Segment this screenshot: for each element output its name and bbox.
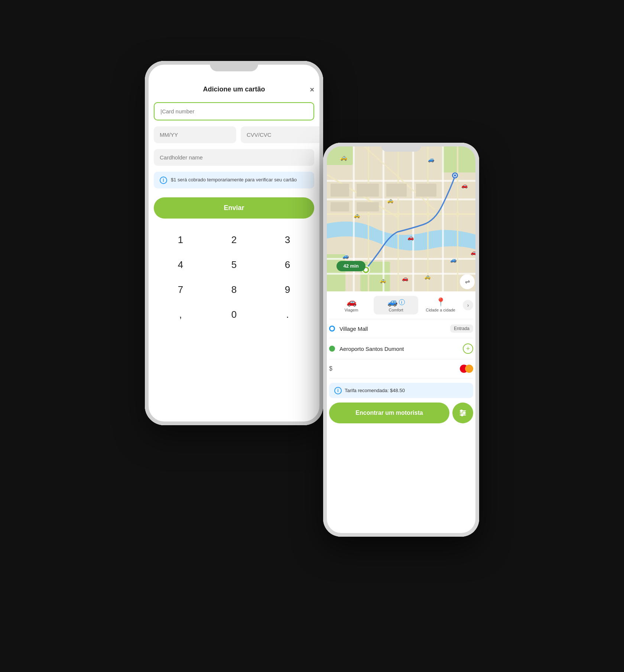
numpad: 123456789,0. (154, 227, 314, 327)
tariff-box: i Tarifa recomendada: $48.50 (329, 383, 473, 398)
svg-rect-24 (331, 202, 349, 211)
numpad-key[interactable]: 0 (207, 302, 261, 327)
svg-rect-1 (323, 143, 353, 165)
numpad-key[interactable]: , (154, 302, 207, 327)
svg-text:🚕: 🚕 (354, 212, 360, 219)
numpad-key[interactable]: 5 (207, 252, 261, 277)
origin-name[interactable]: Village Mall (339, 326, 446, 332)
tariff-text: Tarifa recomendada: $48.50 (345, 388, 405, 393)
card-expiry-cvv-row (154, 126, 314, 143)
svg-rect-13 (442, 143, 444, 291)
svg-rect-2 (442, 143, 479, 172)
numpad-key[interactable]: 3 (261, 227, 314, 252)
svg-text:🚕: 🚕 (380, 277, 386, 284)
comfort-icon: 🚙 (387, 298, 397, 306)
svg-rect-20 (331, 184, 349, 197)
numpad-key[interactable]: 2 (207, 227, 261, 252)
tab-viagem[interactable]: 🚗 Viagem (329, 296, 374, 314)
svg-rect-16 (427, 143, 429, 291)
phone1: Adicione um cartão × i $1 será cobrado t… (145, 61, 323, 425)
origin-row: Village Mall Entrada (329, 319, 473, 338)
close-icon[interactable]: × (310, 85, 314, 94)
svg-point-28 (454, 174, 456, 177)
svg-rect-15 (397, 143, 399, 291)
svg-text:🚕: 🚕 (340, 154, 347, 161)
svg-text:🚗: 🚗 (407, 235, 414, 241)
tab-cidade[interactable]: 📍 Cidade a cidade (418, 296, 463, 314)
comfort-info-badge: i (399, 299, 405, 305)
send-button[interactable]: Enviar (154, 197, 314, 219)
bottom-panel: 🚗 Viagem 🚙 i Comfort 📍 Cidade a cidade › (323, 291, 479, 429)
map-svg: 🚕 🚙 🚗 🚕 🚙 🚕 🚗 🚕 🚙 🚗 🚕 🚗 42 min ⇌ (323, 143, 479, 291)
tab-comfort[interactable]: 🚙 i Comfort (374, 296, 418, 314)
numpad-key[interactable]: 4 (154, 252, 207, 277)
svg-rect-11 (383, 143, 384, 291)
svg-text:42 min: 42 min (343, 263, 358, 269)
tariff-info-icon: i (334, 387, 342, 394)
svg-text:⇌: ⇌ (465, 278, 470, 285)
svg-rect-17 (457, 143, 458, 291)
numpad-key[interactable]: 7 (154, 277, 207, 302)
add-stop-button[interactable]: + (463, 343, 473, 354)
card-number-group (154, 102, 314, 120)
info-icon: i (160, 177, 167, 184)
svg-text:🚗: 🚗 (471, 249, 477, 256)
map-area: 🚕 🚙 🚗 🚕 🚙 🚕 🚗 🚕 🚙 🚗 🚕 🚗 42 min ⇌ (323, 143, 479, 291)
find-driver-row: Encontrar um motorista (329, 403, 473, 423)
svg-point-51 (463, 412, 465, 414)
numpad-key[interactable]: 8 (207, 277, 261, 302)
svg-rect-7 (323, 213, 479, 215)
svg-rect-25 (357, 202, 379, 211)
svg-rect-9 (323, 273, 479, 275)
numpad-key[interactable]: . (261, 302, 314, 327)
svg-text:🚗: 🚗 (402, 275, 409, 282)
payment-row[interactable]: $ (329, 359, 473, 378)
svg-rect-12 (412, 143, 414, 291)
comfort-label: Comfort (389, 308, 403, 312)
cvv-input[interactable] (241, 126, 323, 143)
dialog-title: Adicione um cartão × (154, 85, 314, 93)
svg-rect-23 (416, 184, 436, 197)
numpad-key[interactable]: 6 (261, 252, 314, 277)
svg-text:🚗: 🚗 (461, 182, 468, 189)
svg-text:🚕: 🚕 (424, 274, 431, 280)
filter-button[interactable] (452, 403, 473, 423)
viagem-icon: 🚗 (347, 298, 357, 306)
info-box: i $1 será cobrado temporariamente para v… (154, 172, 314, 188)
cidade-label: Cidade a cidade (426, 308, 455, 312)
svg-point-52 (461, 414, 463, 416)
ride-tabs: 🚗 Viagem 🚙 i Comfort 📍 Cidade a cidade › (329, 291, 473, 319)
svg-text:🚙: 🚙 (450, 257, 457, 263)
numpad-key[interactable]: 1 (154, 227, 207, 252)
card-number-input[interactable] (154, 102, 314, 120)
filter-icon (459, 409, 467, 417)
svg-text:🚙: 🚙 (342, 253, 349, 259)
svg-rect-22 (386, 184, 407, 197)
find-driver-button[interactable]: Encontrar um motorista (329, 403, 449, 423)
svg-point-50 (461, 410, 462, 412)
svg-text:🚙: 🚙 (428, 156, 435, 163)
info-text: $1 será cobrado temporariamente para ver… (171, 176, 297, 184)
svg-rect-21 (357, 184, 379, 197)
phone1-content: Adicione um cartão × i $1 será cobrado t… (145, 61, 323, 425)
origin-dot (329, 326, 335, 332)
svg-text:🚕: 🚕 (387, 197, 394, 204)
viagem-label: Viagem (344, 308, 358, 312)
cardholder-name-input[interactable] (154, 149, 314, 166)
tabs-chevron[interactable]: › (463, 300, 473, 310)
phone1-notch (210, 61, 258, 71)
destination-row: Aeroporto Santos Dumont + (329, 338, 473, 359)
cidade-icon: 📍 (436, 298, 446, 306)
dollar-sign: $ (329, 365, 460, 372)
mc-orange-circle (465, 365, 473, 373)
destination-dot (329, 346, 335, 352)
phone2-notch (381, 143, 422, 152)
phone2: 🚕 🚙 🚗 🚕 🚙 🚕 🚗 🚕 🚙 🚗 🚕 🚗 42 min ⇌ (323, 143, 479, 537)
dialog-title-text: Adicione um cartão (203, 85, 265, 93)
destination-name[interactable]: Aeroporto Santos Dumont (339, 346, 458, 352)
numpad-key[interactable]: 9 (261, 277, 314, 302)
mm-yy-input[interactable] (154, 126, 236, 143)
svg-rect-6 (323, 198, 479, 200)
mastercard-icon (460, 365, 473, 373)
entrada-badge: Entrada (450, 324, 473, 333)
